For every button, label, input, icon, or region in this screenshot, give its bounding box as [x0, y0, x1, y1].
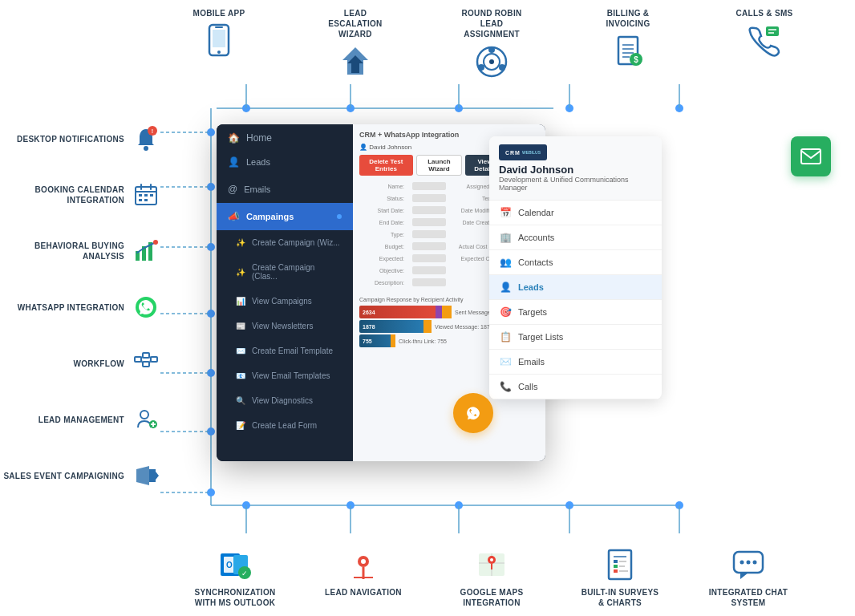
calendar-nav-icon: 📅: [499, 206, 512, 219]
left-features-col: DESKTOP NOTIFICATIONS ! BOOKING CALENDAR…: [0, 112, 160, 496]
svg-point-40: [217, 51, 221, 54]
profile-name-section: David Johnson Development & Unified Comm…: [499, 164, 652, 192]
svg-point-14: [207, 243, 215, 251]
feature-behavioral-buying: BEHAVIORAL BUYING ANALYSIS: [0, 231, 160, 271]
feature-ms-outlook: O✓ SYNCHRONIZATION WITH MS OUTLOOK: [195, 547, 275, 608]
svg-rect-114: [619, 570, 628, 572]
bottom-features-row: O✓ SYNCHRONIZATION WITH MS OUTLOOK LEAD …: [128, 547, 855, 608]
crm-sidebar-create-email-template[interactable]: ✉️ Create Email Template: [217, 338, 353, 363]
svg-point-46: [488, 47, 495, 53]
svg-rect-107: [609, 550, 631, 579]
feature-chat-system: INTEGRATED CHAT SYSTEM: [708, 547, 788, 608]
profile-nav-list: 📅 Calendar 🏢 Accounts 👥 Contacts 👤 Leads…: [489, 201, 662, 399]
svg-rect-67: [139, 194, 142, 197]
email-fab[interactable]: [791, 136, 831, 176]
crm-sidebar-create-campaign-clas[interactable]: ✨ Create Campaign (Clas...: [217, 255, 353, 289]
calls-nav-icon: 📞: [499, 380, 512, 393]
billing-icon: $: [610, 34, 646, 69]
svg-point-116: [740, 561, 744, 565]
calls-sms-icon: [747, 23, 782, 59]
profile-nav-target-lists[interactable]: 📋 Target Lists: [489, 325, 662, 350]
crm-sidebar-create-lead-form[interactable]: 📝 Create Lead Form: [217, 413, 353, 438]
profile-nav-accounts[interactable]: 🏢 Accounts: [489, 225, 662, 250]
crm-sidebar-view-email-templates[interactable]: 📧 View Email Templates: [217, 363, 353, 388]
svg-rect-109: [614, 560, 618, 563]
svg-line-82: [141, 359, 143, 364]
whatsapp-fab[interactable]: [453, 393, 493, 433]
sales-event-icon: [132, 461, 160, 490]
delete-test-btn[interactable]: Delete Test Entries: [359, 155, 413, 176]
svg-point-16: [207, 369, 215, 377]
crm-sidebar-emails[interactable]: @ Emails: [217, 176, 353, 203]
ms-outlook-icon: O✓: [217, 547, 253, 582]
profile-nav-calls[interactable]: 📞 Calls: [489, 375, 662, 399]
svg-rect-69: [150, 194, 153, 197]
crm-sidebar-view-newsletters[interactable]: 📰 View Newsletters: [217, 314, 353, 338]
crm-sidebar-view-diagnostics[interactable]: 🔍 View Diagnostics: [217, 388, 353, 413]
svg-point-1: [242, 104, 250, 112]
svg-rect-79: [143, 362, 149, 367]
feature-lead-escalation: LEAD ESCALATION WIZARD: [319, 8, 391, 79]
target-lists-nav-icon: 📋: [499, 330, 512, 343]
svg-rect-80: [151, 357, 157, 362]
desktop-notifications-icon: !: [132, 124, 160, 153]
lead-management-icon: [132, 405, 160, 434]
feature-billing: BILLING & INVOICING $: [592, 8, 664, 79]
profile-nav-leads[interactable]: 👤 Leads: [489, 275, 662, 300]
profile-nav-targets[interactable]: 🎯 Targets: [489, 300, 662, 325]
svg-rect-68: [144, 194, 148, 197]
svg-line-84: [149, 359, 151, 364]
crm-logo: CRM WEBILUS: [499, 144, 547, 160]
svg-rect-39: [213, 30, 225, 47]
profile-nav-contacts[interactable]: 👥 Contacts: [489, 250, 662, 275]
svg-rect-71: [144, 199, 148, 201]
crm-sidebar-campaigns[interactable]: 📣 Campaings: [217, 203, 353, 230]
crm-sidebar-home: 🏠 Home: [217, 124, 353, 148]
svg-point-12: [207, 128, 215, 136]
contacts-nav-icon: 👥: [499, 256, 512, 269]
svg-marker-91: [156, 472, 159, 480]
svg-point-75: [153, 240, 158, 245]
feature-workflow: WORKFLOW: [0, 343, 160, 383]
crm-sidebar-view-campaigns[interactable]: 📊 View Campaigns: [217, 289, 353, 314]
svg-point-27: [242, 501, 250, 509]
profile-card-header: CRM WEBILUS David Johnson Development & …: [489, 136, 662, 201]
feature-surveys: BUILT-IN SURVEYS & CHARTS: [580, 547, 660, 608]
svg-point-49: [489, 59, 494, 64]
svg-point-29: [455, 501, 463, 509]
svg-point-47: [499, 64, 505, 71]
surveys-icon: [602, 547, 638, 582]
svg-rect-77: [135, 357, 141, 362]
svg-line-81: [141, 355, 143, 359]
feature-booking-calendar: BOOKING CALENDAR INTEGRATION: [0, 175, 160, 215]
feature-calls-sms: CALLS & SMS: [728, 8, 800, 79]
feature-google-maps: GOOGLE MAPS INTEGRATION: [452, 547, 532, 608]
svg-point-118: [753, 561, 757, 565]
svg-point-5: [675, 104, 683, 112]
svg-point-2: [346, 104, 355, 112]
accounts-nav-icon: 🏢: [499, 231, 512, 244]
booking-calendar-icon: [132, 180, 160, 209]
svg-rect-90: [149, 469, 156, 482]
feature-mobile-app: MOBILE APP: [183, 8, 255, 79]
svg-point-18: [207, 488, 215, 496]
crm-sidebar-create-campaign-wiz[interactable]: ✨ Create Campaign (Wiz...: [217, 230, 353, 255]
whatsapp-integration-icon: [132, 293, 160, 322]
chat-system-icon: [731, 547, 766, 582]
svg-rect-57: [766, 26, 779, 36]
profile-nav-emails[interactable]: ✉️ Emails: [489, 350, 662, 375]
svg-rect-112: [619, 565, 625, 567]
svg-point-17: [207, 428, 215, 436]
svg-point-4: [565, 104, 573, 112]
svg-point-60: [144, 146, 148, 151]
google-maps-icon: [474, 547, 509, 582]
profile-nav-calendar[interactable]: 📅 Calendar: [489, 201, 662, 225]
crm-sidebar-leads[interactable]: 👤 Leads: [217, 148, 353, 176]
svg-line-83: [149, 355, 151, 359]
feature-whatsapp: WHATSAPP INTEGRATION: [0, 287, 160, 327]
svg-rect-113: [614, 569, 618, 573]
svg-point-100: [361, 559, 366, 564]
svg-point-31: [675, 501, 683, 509]
launch-wizard-btn[interactable]: Launch Wizard: [416, 155, 463, 176]
leads-nav-icon: 👤: [499, 281, 512, 294]
